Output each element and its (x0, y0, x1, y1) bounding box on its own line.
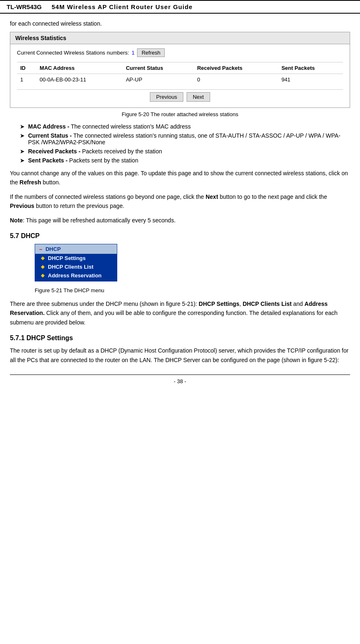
section-57-heading: 5.7 DHCP (10, 232, 350, 240)
header-title: 54M Wireless AP Client Router User Guide (52, 3, 193, 10)
dhcp-settings-inline: DHCP Settings (199, 301, 239, 307)
table-cell: AP-UP (123, 74, 194, 86)
para-3: There are three submenus under the DHCP … (10, 299, 350, 327)
bullet-list: ➤ MAC Address - The connected wireless s… (20, 123, 350, 164)
table-row: 100-0A-EB-00-23-11AP-UP0941 (17, 74, 343, 86)
dhcp-menu-item-2[interactable]: ◆ DHCP Clients List (35, 262, 117, 271)
intro-text: for each connected wireless station. (10, 20, 350, 27)
col-sent: Sent Packets (278, 62, 343, 74)
bullet-arrow: ➤ (20, 132, 25, 139)
bullet-label-2: Current Status - (28, 132, 72, 139)
bullet-arrow: ➤ (20, 123, 25, 130)
list-item: ➤ Received Packets - Packets received by… (20, 148, 350, 155)
para-2: If the numbers of connected wireless sta… (10, 192, 350, 211)
figure-20-caption: Figure 5-20 The router attached wireless… (10, 111, 350, 117)
dhcp-item-label-3: Address Reservation (48, 272, 102, 279)
note-text: Note: This page will be refreshed automa… (10, 216, 350, 225)
stations-row: Current Connected Wireless Stations numb… (17, 48, 343, 57)
dhcp-menu-header: – DHCP (35, 244, 117, 254)
figure-21-caption: Figure 5-21 The DHCP menu (35, 287, 350, 293)
wireless-stats-box: Wireless Statistics Current Connected Wi… (10, 32, 350, 108)
para-1: You cannot change any of the values on t… (10, 169, 350, 187)
dhcp-clients-inline: DHCP Clients List (243, 301, 292, 307)
model-label: TL-WR543G (7, 3, 42, 10)
col-mac: MAC Address (36, 62, 123, 74)
dhcp-bullet-icon: ◆ (41, 272, 45, 278)
page-number: - 38 - (174, 378, 186, 384)
list-item: ➤ MAC Address - The connected wireless s… (20, 123, 350, 130)
table-cell: 0 (194, 74, 278, 86)
bullet-arrow: ➤ (20, 148, 25, 155)
main-content: for each connected wireless station. Wir… (0, 14, 360, 398)
previous-button[interactable]: Previous (150, 92, 183, 102)
next-inline: Next (206, 193, 218, 200)
next-button[interactable]: Next (187, 92, 210, 102)
page-header: TL-WR543G 54M Wireless AP Client Router … (0, 0, 360, 14)
previous-inline: Previous (10, 203, 34, 209)
stations-label: Current Connected Wireless Stations numb… (17, 50, 129, 56)
dhcp-menu-item-1[interactable]: ◆ DHCP Settings (35, 254, 117, 262)
stats-inner: Current Connected Wireless Stations numb… (10, 44, 350, 107)
table-cell: 941 (278, 74, 343, 86)
dhcp-dash: – (39, 246, 42, 252)
list-item: ➤ Current Status - The connected wireles… (20, 132, 350, 145)
bullet-label-1: MAC Address - (28, 123, 69, 130)
stations-count: 1 (132, 50, 135, 56)
table-cell: 00-0A-EB-00-23-11 (36, 74, 123, 86)
refresh-button[interactable]: Refresh (137, 48, 165, 57)
col-received: Received Packets (194, 62, 278, 74)
stats-table: ID MAC Address Current Status Received P… (17, 62, 343, 85)
dhcp-header-label: DHCP (45, 246, 61, 252)
col-id: ID (17, 62, 36, 74)
dhcp-bullet-icon: ◆ (41, 255, 45, 261)
stats-title: Wireless Statistics (10, 32, 350, 44)
bullet-arrow: ➤ (20, 157, 25, 164)
table-header-row: ID MAC Address Current Status Received P… (17, 62, 343, 74)
col-status: Current Status (123, 62, 194, 74)
refresh-inline: Refresh (19, 179, 41, 186)
dhcp-item-label-1: DHCP Settings (48, 255, 86, 261)
dhcp-menu-item-3[interactable]: ◆ Address Reservation (35, 271, 117, 281)
dhcp-menu-image: – DHCP ◆ DHCP Settings ◆ DHCP Clients Li… (35, 244, 117, 281)
nav-row: Previous Next (17, 89, 343, 103)
bullet-label-4: Sent Packets - (28, 157, 68, 164)
dhcp-bullet-icon: ◆ (41, 264, 45, 270)
section-571-heading: 5.7.1 DHCP Settings (10, 334, 350, 342)
footer-divider (10, 374, 350, 375)
para-4: The router is set up by default as a DHC… (10, 346, 350, 365)
note-label: Note (10, 217, 23, 224)
list-item: ➤ Sent Packets - Packets sent by the sta… (20, 157, 350, 164)
table-cell: 1 (17, 74, 36, 86)
bullet-label-3: Received Packets - (28, 148, 81, 155)
dhcp-item-label-2: DHCP Clients List (48, 264, 93, 270)
page-footer: - 38 - (10, 374, 350, 391)
